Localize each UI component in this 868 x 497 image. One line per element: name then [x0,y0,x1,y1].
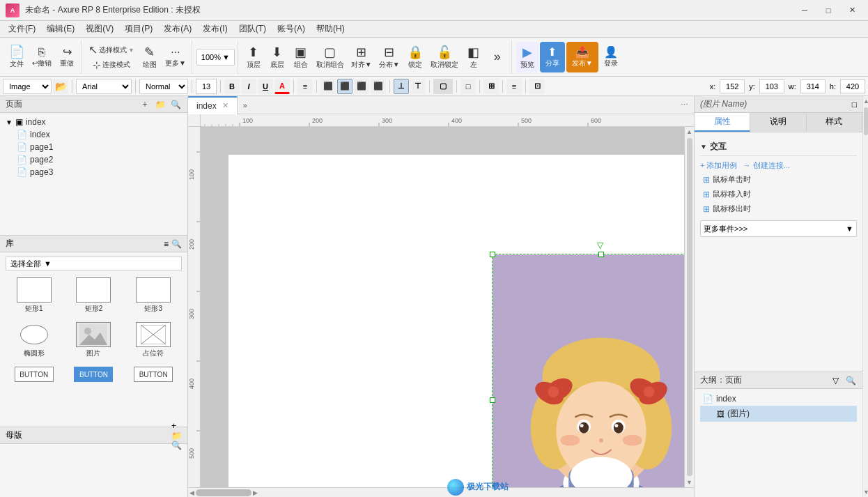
page-index[interactable]: 📄 index [0,128,187,141]
tb-select-mode-btn[interactable]: ↖ 选择模式 ▼ [86,42,137,58]
lib-item-button-blue[interactable]: BUTTON [65,364,123,386]
list-btn[interactable]: ≡ [297,79,313,94]
menu-help[interactable]: 帮助(H) [311,22,350,36]
x-input[interactable] [720,79,745,93]
tb-publish-btn[interactable]: 📤 发布▼ [566,42,598,72]
tb-share-btn[interactable]: ⬆ 分享 [540,42,565,72]
y-input[interactable] [759,79,784,93]
h-input[interactable] [840,79,865,93]
menu-file[interactable]: 文件(F) [3,22,41,36]
shadow-btn[interactable]: ⊡ [529,79,545,94]
tb-align-btn[interactable]: ⊞ 对齐▼ [348,42,375,72]
tb-file-btn[interactable]: 📄 文件 [6,42,28,72]
tab-close-icon[interactable]: ✕ [222,101,228,110]
tab-more-btn[interactable]: » [238,96,253,114]
lib-item-ellipse[interactable]: 椭圆形 [6,319,63,361]
right-scrollbar[interactable]: ▲ ▼ [862,96,868,497]
tab-style[interactable]: 样式 [807,113,862,132]
valign-bottom-btn[interactable]: ⊥ [394,79,409,94]
lib-item-rect2[interactable]: 矩形2 [65,275,123,316]
handle-mid-left[interactable] [490,397,495,403]
tb-login-btn[interactable]: 👤 登录 [600,42,622,72]
font-select[interactable]: Arial [76,79,132,94]
menu-project[interactable]: 项目(P) [119,22,158,36]
bold-btn[interactable]: B [224,79,240,94]
tab-properties[interactable]: 属性 [695,113,750,132]
import-btn[interactable]: 📂 [53,79,68,94]
close-button[interactable]: ✕ [842,3,862,17]
tb-top-layer-btn[interactable]: ⬆ 顶层 [242,42,265,72]
menu-team[interactable]: 团队(T) [233,22,272,36]
tb-bottom-layer-btn[interactable]: ⬇ 底层 [266,42,288,72]
rotate-handle[interactable]: ▽ [597,240,605,249]
align-right-btn[interactable]: ⬛ [354,79,369,94]
page-page3[interactable]: 📄 page3 [0,166,187,178]
tb-clipboard-btn[interactable]: ⎘ ↩撤销 [29,42,54,72]
align-center-btn[interactable]: ⬛ [337,79,352,94]
vscroll-up-btn[interactable]: ▲ [686,128,692,135]
lib-item-rect3[interactable]: 矩形3 [125,275,182,316]
font-size-input[interactable] [196,79,217,94]
outline-search-btn[interactable]: 🔍 [844,374,857,387]
hscroll-thumb[interactable] [196,489,251,496]
rscroll-up-btn[interactable]: ▲ [863,96,868,106]
outline-item-image[interactable]: 🖼 (图片) [700,406,857,422]
tb-ungroup-btn[interactable]: ▢ 取消组合 [313,42,347,72]
w-input[interactable] [800,79,826,93]
italic-btn[interactable]: I [241,79,256,94]
zoom-select[interactable]: 100% ▼ [196,49,235,66]
hscroll-right-btn[interactable]: ▶ [253,489,258,496]
add-case-link[interactable]: + 添加用例 [700,160,737,171]
pages-add-btn[interactable]: + [139,98,151,111]
right-panel-detach-btn[interactable]: □ [852,100,857,109]
tb-distribute-btn[interactable]: ⊟ 分布▼ [376,42,403,72]
align-justify-btn[interactable]: ⬛ [371,79,386,94]
fill-color-btn[interactable]: ▢ [433,79,453,94]
page-page2[interactable]: 📄 page2 [0,153,187,166]
outline-item-index[interactable]: 📄 index [700,392,857,406]
tb-more-btn[interactable]: ··· 更多▼ [162,42,189,72]
lib-item-placeholder[interactable]: 占位符 [125,319,182,361]
element-type-select[interactable]: Image [3,79,52,94]
lib-item-button-default[interactable]: BUTTON [6,364,63,386]
tb-left-btn[interactable]: ◧ 左 [463,42,485,72]
lib-item-rect1[interactable]: 矩形1 [6,275,63,316]
valign-top-btn[interactable]: ⊤ [410,79,426,94]
masters-add-btn[interactable]: + [171,421,182,431]
tb-preview-btn[interactable]: ▶ 预览 [516,42,538,72]
outline-filter-btn[interactable]: ▽ [829,374,842,387]
page-page1[interactable]: 📄 page1 [0,141,187,153]
lib-item-image[interactable]: 图片 [65,319,123,361]
more-events-dropdown[interactable]: 更多事件>>> ▼ [700,220,857,237]
menu-account[interactable]: 账号(A) [272,22,311,36]
page-root[interactable]: ▼ ▣ index [0,116,187,128]
lib-search-btn[interactable]: 🔍 [171,239,182,249]
pages-search-btn[interactable]: 🔍 [169,98,182,111]
tb-lock-btn[interactable]: 🔒 锁定 [404,42,426,72]
tb-connect-mode-btn[interactable]: ⊹ 连接模式 [90,58,133,72]
tb-unlock-btn[interactable]: 🔓 取消锁定 [428,42,461,72]
canvas-options-btn[interactable]: ⋯ [675,100,694,109]
tb-expand-btn[interactable]: » [486,42,509,72]
image-element[interactable]: ▽ [492,254,684,487]
align-left-btn[interactable]: ⬛ [320,79,336,94]
vscroll-down-btn[interactable]: ▼ [686,479,692,486]
lib-dropdown[interactable]: 选择全部 ▼ [6,257,182,270]
masters-folder-btn[interactable]: 📁 [171,431,182,441]
tab-notes[interactable]: 说明 [750,113,806,132]
create-link-link[interactable]: → 创建连接... [743,160,789,171]
rscroll-down-btn[interactable]: ▼ [863,487,868,497]
menu-edit[interactable]: 编辑(E) [41,22,80,36]
line-style-btn[interactable]: ≡ [506,79,522,94]
border-style-btn[interactable]: ⊞ [483,79,499,94]
canvas-hscroll[interactable]: ◀ ▶ 极光下载站 [188,487,694,497]
lib-item-button-outline[interactable]: BUTTON [125,364,182,386]
rscroll-thumb[interactable] [864,107,868,135]
underline-btn[interactable]: U [258,79,273,94]
handle-top-left[interactable] [490,252,495,257]
minimize-button[interactable]: ─ [794,3,815,17]
font-color-btn[interactable]: A [274,79,290,94]
maximize-button[interactable]: □ [818,3,839,17]
pages-folder-btn[interactable]: 📁 [154,98,166,111]
vscroll-thumb[interactable] [687,138,692,476]
